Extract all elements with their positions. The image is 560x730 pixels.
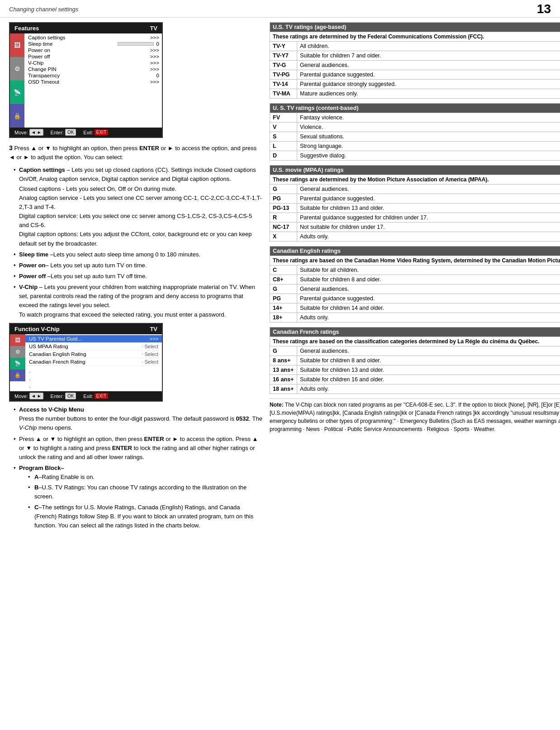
vchip-gear-icon: ⚙ bbox=[15, 349, 20, 355]
gear-icon: ⚙ bbox=[14, 65, 20, 72]
canadian-english-row-14: 14+ Suitable for children 14 and older. bbox=[270, 303, 560, 313]
us-movie-row-g: G General audiences. bbox=[270, 185, 560, 194]
menu-item-vchip: V-Chip >>> bbox=[28, 60, 159, 66]
header-title: Changing channel settings bbox=[9, 6, 78, 13]
canadian-english-table: Canadian English ratings These ratings a… bbox=[270, 246, 560, 322]
us-tv-content-row-d: D Suggestive dialog. bbox=[270, 151, 560, 161]
page-header: Changing channel settings 13 bbox=[0, 0, 560, 18]
program-block-c: C–The settings for U.S. Movie Ratings, C… bbox=[28, 503, 262, 530]
vchip-menu-screenshot: Function V-Chip TV 🖼 ⚙ 📡 bbox=[9, 323, 163, 402]
features-menu-header: Features TV bbox=[10, 23, 162, 33]
vchip-icons: 🖼 ⚙ 📡 🔒 bbox=[10, 334, 25, 391]
vchip-lock-icon: 🔒 bbox=[14, 372, 21, 378]
us-tv-age-row-tvpg: TV-PG Parental guidance suggested. bbox=[270, 70, 560, 80]
vchip-lock-icon-cell: 🔒 bbox=[10, 370, 25, 381]
bullet-access-vchip: Access to V-Chip Menu Press the number b… bbox=[14, 405, 262, 432]
us-tv-content-table: U. S. TV ratings (content-based) FV Fant… bbox=[270, 103, 560, 161]
canadian-french-row-8ans: 8 ans+ Suitable for children 8 and older… bbox=[270, 356, 560, 365]
us-tv-content-row-v: V Violence. bbox=[270, 123, 560, 132]
program-block-a: A–Rating Enable is on. bbox=[28, 473, 262, 482]
vchip-item-us-tv-parental: US TV Parental Guid... >>> bbox=[25, 335, 162, 343]
picture-icon: 🖼 bbox=[14, 42, 20, 49]
vchip-menu-title-right: TV bbox=[150, 326, 157, 332]
move-control: Move: ◄ ► bbox=[14, 129, 43, 136]
canadian-french-table: Canadian French ratings These ratings ar… bbox=[270, 327, 560, 394]
vchip-ok-btn[interactable]: OK bbox=[65, 393, 76, 399]
us-tv-content-row-l: L Strong language. bbox=[270, 142, 560, 151]
us-movie-row-x: X Adults only. bbox=[270, 232, 560, 242]
menu-item-power-on: Power on >>> bbox=[28, 47, 159, 53]
exit-btn[interactable]: EXIT bbox=[95, 129, 108, 135]
us-movie-row-nc17: NC-17 Not suitable for children under 17… bbox=[270, 223, 560, 232]
vchip-item-canadian-english: Canadian English Rating · Select bbox=[25, 351, 162, 358]
canadian-french-row-13ans: 13 ans+ Suitable for children 13 and old… bbox=[270, 365, 560, 375]
vchip-menu-body: 🖼 ⚙ 📡 🔒 bbox=[10, 334, 162, 391]
us-tv-age-row-tv14: TV-14 Parental guidance strongly suggest… bbox=[270, 80, 560, 89]
bullet-program-block: Program Block– A–Rating Enable is on. B–… bbox=[14, 464, 262, 530]
network-icon-cell: 📡 bbox=[10, 81, 24, 104]
enter-control: Enter: OK bbox=[51, 129, 76, 136]
canadian-french-row-18ans: 18 ans+ Adults only. bbox=[270, 384, 560, 394]
canadian-french-row-16ans: 16 ans+ Suitable for children 16 and old… bbox=[270, 375, 560, 384]
bullet-power-on: Power on– Lets you set up auto turn TV o… bbox=[14, 261, 262, 270]
canadian-french-header: Canadian French ratings bbox=[270, 327, 560, 337]
menu-item-transparency: Transpaerncy 0 bbox=[28, 72, 159, 79]
picture-icon-cell: 🖼 bbox=[10, 33, 24, 57]
features-menu-title-right: TV bbox=[150, 25, 157, 32]
lock-icon: 🔒 bbox=[14, 113, 21, 119]
us-tv-content-row-s: S Sexual situations. bbox=[270, 132, 560, 142]
page-number: 13 bbox=[537, 2, 551, 16]
step-number: 3 bbox=[9, 144, 13, 152]
bullet-sleep-time: Sleep time –Lets you select auto sleep t… bbox=[14, 250, 262, 259]
gear-icon-cell: ⚙ bbox=[10, 57, 24, 81]
vchip-network-icon: 📡 bbox=[14, 360, 21, 366]
us-movie-row-r: R Parental guidance suggested for childr… bbox=[270, 213, 560, 223]
vchip-menu-footer: Move: ◄ ► Enter: OK Exit: EXIT bbox=[10, 391, 162, 401]
access-section: Access to V-Chip Menu Press the number b… bbox=[9, 405, 262, 530]
right-column: U.S. TV ratings (age-based) These rating… bbox=[270, 22, 560, 725]
us-movie-desc: These ratings are determined by the Moti… bbox=[270, 175, 560, 185]
vchip-move-btn[interactable]: ◄ ► bbox=[29, 393, 43, 399]
us-tv-age-desc: These ratings are determined by the Fede… bbox=[270, 32, 560, 42]
us-tv-age-row-tvy: TV-Y All children. bbox=[270, 42, 560, 51]
us-tv-content-row-fv: FV Fantasy violence. bbox=[270, 113, 560, 123]
bullet-caption-settings: Caption settings – Lets you set up close… bbox=[14, 166, 262, 248]
vchip-dots: ... bbox=[25, 366, 162, 390]
canadian-english-row-pg: PG Parental guidance suggested. bbox=[270, 294, 560, 303]
lock-icon-cell: 🔒 bbox=[10, 104, 24, 128]
bullet-vchip: V-Chip – Lets you prevent your children … bbox=[14, 283, 262, 319]
vchip-move-control: Move: ◄ ► bbox=[14, 393, 43, 399]
sleep-time-slider[interactable] bbox=[118, 42, 154, 46]
vchip-picture-icon: 🖼 bbox=[15, 337, 20, 343]
menu-item-caption-settings: Caption settings >>> bbox=[28, 34, 159, 41]
canadian-french-row-g: G General audiences. bbox=[270, 346, 560, 356]
menu-item-sleep-time: Sleep time 0 bbox=[28, 41, 159, 47]
canadian-english-row-g: G General audiences. bbox=[270, 284, 560, 294]
enter-ok-btn[interactable]: OK bbox=[65, 129, 76, 136]
features-menu-screenshot: Features TV 🖼 ⚙ bbox=[9, 22, 163, 138]
vchip-menu-items-list: US TV Parental Guid... >>> US MPAA Ratin… bbox=[25, 334, 162, 391]
program-block-b: B–U.S. TV Ratings: You can choose TV rat… bbox=[28, 483, 262, 501]
vchip-item-us-mpaa: US MPAA Rating · Select bbox=[25, 343, 162, 351]
us-tv-age-row-tvma: TV-MA Mature audiences only. bbox=[270, 89, 560, 99]
menu-item-osd-timeout: OSD Timeout >>> bbox=[28, 79, 159, 85]
vchip-item-canadian-french: Canadian French Rating · Select bbox=[25, 358, 162, 366]
bullet-press-arrow: Press ▲ or ▼ to highlight an option, the… bbox=[14, 435, 262, 462]
access-bullet-list: Access to V-Chip Menu Press the number b… bbox=[14, 405, 262, 530]
note-section: Note: The V-Chip can block non rated pro… bbox=[270, 398, 560, 433]
step3-text: 3 Press ▲ or ▼ to highlight an option, t… bbox=[9, 143, 262, 162]
vchip-enter-control: Enter: OK bbox=[51, 393, 76, 399]
network-icon: 📡 bbox=[14, 89, 21, 96]
canadian-english-row-18: 18+ Adults only. bbox=[270, 313, 560, 322]
menu-item-power-off: Power off >>> bbox=[28, 53, 159, 60]
features-menu-body: 🖼 ⚙ 📡 🔒 bbox=[10, 33, 162, 128]
page-container: Changing channel settings 13 Features TV bbox=[0, 0, 560, 730]
vchip-exit-btn[interactable]: EXIT bbox=[95, 393, 108, 399]
menu-item-change-pin: Change PIN >>> bbox=[28, 66, 159, 72]
vchip-exit-control: Exit: EXIT bbox=[83, 393, 108, 399]
move-nav-btn[interactable]: ◄ ► bbox=[29, 129, 43, 136]
main-content: Features TV 🖼 ⚙ bbox=[0, 18, 560, 730]
features-menu-rows: 🖼 ⚙ 📡 🔒 bbox=[10, 33, 162, 128]
us-tv-content-header: U. S. TV ratings (content-based) bbox=[270, 104, 560, 113]
vchip-menu-header: Function V-Chip TV bbox=[10, 324, 162, 334]
